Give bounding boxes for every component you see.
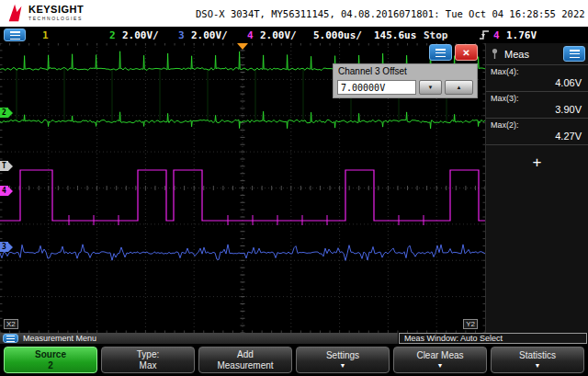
measurement-max4[interactable]: Max(4): 4.06V bbox=[486, 65, 588, 92]
softkey-source[interactable]: Source 2 bbox=[4, 347, 97, 373]
timebase-setting[interactable]: 5.000us/ bbox=[313, 29, 362, 41]
system-title: DSO-X 3034T, MY56311145, 04.08.201607180… bbox=[196, 8, 585, 19]
dialog-menu-button[interactable] bbox=[429, 44, 452, 61]
softkey-value: 2 bbox=[48, 360, 53, 371]
softkey-type[interactable]: Type: Max bbox=[101, 347, 195, 373]
meas-sidebar: Meas Max(4): 4.06V Max(3): 3.90V Max(2):… bbox=[485, 43, 588, 333]
sidebar-header: Meas bbox=[486, 43, 588, 65]
down-arrow-icon: ▼ bbox=[535, 361, 541, 370]
channel-offset-dialog: ✕ Channel 3 Offset 7.00000V ▼ ▲ bbox=[333, 44, 478, 98]
channel2-scale[interactable]: 2.00V/ bbox=[122, 29, 159, 41]
run-state-indicator[interactable]: Stop bbox=[424, 29, 448, 41]
delay-setting[interactable]: 145.6us bbox=[374, 29, 416, 41]
marker-arrow-icon bbox=[8, 187, 13, 196]
measurement-label: Max(3): bbox=[491, 94, 519, 103]
close-icon: ✕ bbox=[462, 48, 469, 58]
dialog-body: Channel 3 Offset 7.00000V ▼ ▲ bbox=[333, 63, 478, 98]
softkey-settings[interactable]: Settings ▼ bbox=[296, 347, 390, 373]
measurement-value: 4.06V bbox=[555, 77, 582, 88]
softkey-label: Type: bbox=[137, 349, 159, 360]
oscilloscope-screen: KEYSIGHT TECHNOLOGIES DSO-X 3034T, MY563… bbox=[0, 0, 588, 376]
offset-value-input[interactable]: 7.00000V bbox=[337, 80, 416, 95]
softkey-value: Max bbox=[140, 360, 157, 371]
marker-arrow-icon bbox=[8, 162, 13, 171]
down-arrow-icon: ▼ bbox=[437, 361, 444, 370]
softkey-label: Measurement bbox=[217, 360, 273, 371]
sidebar-title: Meas bbox=[504, 49, 558, 60]
arrow-up-icon: ▲ bbox=[457, 85, 462, 90]
measurement-max3[interactable]: Max(3): 3.90V bbox=[486, 92, 588, 119]
decrement-button[interactable]: ▼ bbox=[419, 80, 442, 95]
channel4-marker-label: 4 bbox=[0, 186, 8, 196]
marker-arrow-icon bbox=[8, 243, 13, 252]
channel-bar: 1 2 2.00V/ 3 2.00V/ 4 2.00V/ 5.000us/ 14… bbox=[0, 27, 588, 43]
status-row: Measurement Menu Meas Window: Auto Selec… bbox=[0, 333, 588, 344]
channel3-scale[interactable]: 2.00V/ bbox=[191, 29, 228, 41]
channel2-button[interactable]: 2 bbox=[109, 29, 116, 41]
trigger-source-label[interactable]: 4 bbox=[493, 29, 500, 41]
measurement-label: Max(2): bbox=[491, 120, 519, 130]
measurement-value: 4.27V bbox=[555, 131, 582, 142]
channel4-button[interactable]: 4 bbox=[247, 29, 254, 41]
add-measurement-button[interactable]: + bbox=[486, 154, 588, 172]
increment-button[interactable]: ▲ bbox=[445, 80, 473, 95]
softkey-label: Statistics bbox=[519, 350, 556, 361]
channel3-marker-label: 3 bbox=[0, 242, 8, 252]
x2-cursor-label[interactable]: X2 bbox=[4, 319, 18, 329]
hamburger-icon bbox=[10, 31, 20, 40]
main-menu-button[interactable] bbox=[4, 28, 26, 41]
meas-window-indicator[interactable]: Meas Window: Auto Select bbox=[399, 333, 587, 344]
hamburger-icon bbox=[435, 49, 446, 57]
brand-sub: TECHNOLOGIES bbox=[28, 16, 84, 21]
hamburger-icon bbox=[570, 50, 580, 58]
top-bar: KEYSIGHT TECHNOLOGIES DSO-X 3034T, MY563… bbox=[0, 0, 588, 27]
sidebar-menu-button[interactable] bbox=[563, 46, 585, 62]
brand-block: KEYSIGHT TECHNOLOGIES bbox=[28, 4, 84, 21]
menu-title-menu-button[interactable] bbox=[3, 334, 18, 343]
measurement-max2[interactable]: Max(2): 4.27V bbox=[486, 119, 588, 145]
dialog-close-button[interactable]: ✕ bbox=[455, 44, 478, 61]
softkey-label: Source bbox=[35, 349, 66, 360]
channel4-ground-marker[interactable]: 4 bbox=[0, 186, 13, 196]
softkey-bar: Source 2 Type: Max Add Measurement Setti… bbox=[0, 344, 588, 376]
channel1-button[interactable]: 1 bbox=[42, 29, 49, 41]
channel3-button[interactable]: 3 bbox=[178, 29, 185, 41]
channel2-ground-marker[interactable]: 2 bbox=[0, 108, 13, 118]
trigger-level-marker[interactable]: T bbox=[0, 161, 13, 171]
dialog-button-row: ✕ bbox=[333, 44, 478, 62]
channel2-marker-label: 2 bbox=[0, 108, 8, 118]
brand-name: KEYSIGHT bbox=[28, 4, 84, 15]
menu-title: Measurement Menu bbox=[23, 334, 96, 343]
hamburger-icon bbox=[6, 336, 15, 342]
menu-title-bar: Measurement Menu bbox=[0, 333, 398, 344]
measurement-label: Max(4): bbox=[491, 67, 519, 76]
down-arrow-icon: ▼ bbox=[340, 361, 346, 370]
channel4-scale[interactable]: 2.00V/ bbox=[260, 29, 297, 41]
dialog-title: Channel 3 Offset bbox=[334, 64, 477, 76]
keysight-logo bbox=[6, 2, 26, 24]
softkey-clear-meas[interactable]: Clear Meas ▼ bbox=[393, 347, 487, 373]
trigger-edge-icon bbox=[479, 29, 491, 40]
dialog-input-row: 7.00000V ▼ ▲ bbox=[337, 80, 473, 95]
trigger-marker-label: T bbox=[0, 161, 8, 171]
y2-cursor-label[interactable]: Y2 bbox=[463, 319, 478, 329]
arrow-down-icon: ▼ bbox=[428, 85, 434, 90]
softkey-statistics[interactable]: Statistics ▼ bbox=[491, 347, 584, 373]
channel3-ground-marker[interactable]: 3 bbox=[0, 242, 13, 252]
softkey-add-measurement[interactable]: Add Measurement bbox=[198, 347, 292, 373]
softkey-label: Add bbox=[237, 349, 254, 360]
trigger-level-value[interactable]: 1.76V bbox=[506, 29, 537, 41]
softkey-label: Clear Meas bbox=[416, 350, 463, 361]
softkey-label: Settings bbox=[326, 350, 359, 361]
pin-icon bbox=[491, 48, 499, 60]
marker-arrow-icon bbox=[8, 108, 13, 118]
measurement-value: 3.90V bbox=[555, 104, 582, 115]
